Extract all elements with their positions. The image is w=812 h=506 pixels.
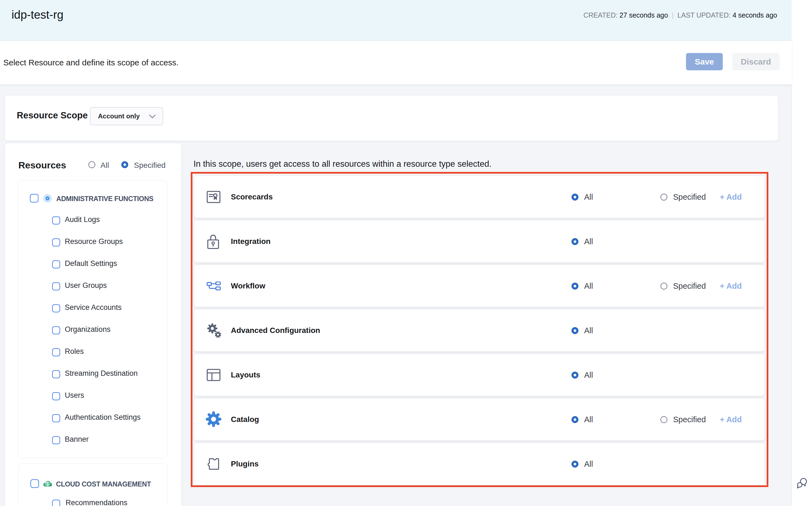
svg-text:$: $ [46,482,48,486]
